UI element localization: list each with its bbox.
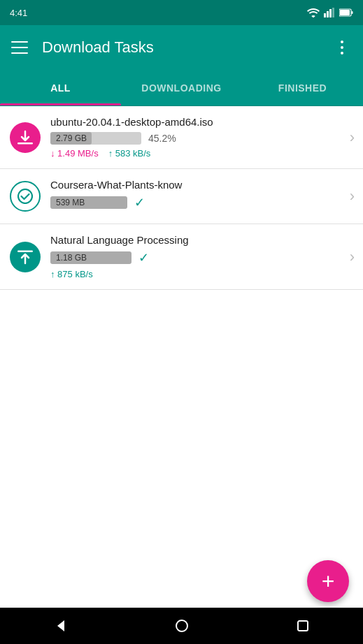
recents-button[interactable]: [289, 612, 317, 640]
item-name-nlp: Natural Language Processing: [50, 234, 344, 246]
progress-bar-ubuntu: 2.79 GB: [50, 132, 141, 145]
arrow-up-icon: [17, 249, 33, 265]
hamburger-menu-button[interactable]: [11, 41, 28, 54]
chevron-right-ubuntu: ›: [350, 129, 355, 147]
item-name-coursera: Coursera-What-Plants-know: [50, 179, 344, 191]
svg-rect-6: [352, 11, 353, 14]
svg-rect-3: [332, 8, 334, 17]
signal-icon: [324, 8, 335, 17]
svg-rect-12: [298, 621, 308, 631]
svg-rect-9: [17, 250, 33, 252]
check-icon-coursera: [10, 181, 41, 212]
svg-rect-2: [329, 9, 332, 17]
progress-size-nlp: 1.18 GB: [50, 253, 92, 263]
speed-up-ubuntu: ↑ 583 kB/s: [108, 148, 151, 159]
item-name-ubuntu: ubuntu-20.04.1-desktop-amd64.iso: [50, 116, 344, 128]
progress-size-coursera: 539 MB: [50, 198, 90, 207]
download-icon-ubuntu: [10, 122, 41, 153]
speed-down-ubuntu: ↓ 1.49 MB/s: [50, 148, 99, 159]
checkmark-icon: [17, 189, 33, 204]
back-button[interactable]: [47, 612, 75, 640]
download-item-coursera[interactable]: Coursera-What-Plants-know 539 MB ✓ ›: [0, 169, 363, 224]
tab-finished[interactable]: FINISHED: [242, 70, 363, 105]
bottom-nav: [0, 608, 363, 644]
item-content-nlp: Natural Language Processing 1.18 GB ✓ ↑ …: [50, 234, 344, 279]
item-content-coursera: Coursera-What-Plants-know 539 MB ✓: [50, 179, 344, 214]
progress-percent-ubuntu: 45.2%: [148, 133, 176, 144]
tab-downloading[interactable]: DOWNLOADING: [121, 70, 242, 105]
progress-bar-nlp: 1.18 GB: [50, 251, 131, 264]
download-item-ubuntu[interactable]: ubuntu-20.04.1-desktop-amd64.iso 2.79 GB…: [0, 106, 363, 169]
item-progress-nlp: 1.18 GB ✓: [50, 250, 344, 265]
recents-icon: [297, 620, 309, 632]
status-bar-right: [307, 8, 353, 17]
svg-rect-5: [340, 10, 350, 15]
app-bar-title: Download Tasks: [42, 38, 332, 57]
home-icon: [175, 619, 189, 633]
wifi-icon: [307, 8, 320, 17]
item-speeds-nlp: ↑ 875 kB/s: [50, 269, 344, 279]
svg-point-11: [176, 620, 187, 631]
svg-rect-0: [324, 13, 326, 17]
item-progress-coursera: 539 MB ✓: [50, 195, 344, 210]
upload-icon-nlp: [10, 242, 41, 272]
status-bar: 4:41: [0, 0, 363, 25]
chevron-right-coursera: ›: [350, 187, 355, 205]
svg-rect-7: [17, 142, 33, 145]
download-item-nlp[interactable]: Natural Language Processing 1.18 GB ✓ ↑ …: [0, 224, 363, 290]
chevron-right-nlp: ›: [350, 248, 355, 266]
home-button[interactable]: [168, 612, 196, 640]
speed-up-nlp: ↑ 875 kB/s: [50, 269, 93, 279]
complete-check-coursera: ✓: [134, 195, 145, 210]
svg-point-8: [18, 189, 32, 203]
download-list: ubuntu-20.04.1-desktop-amd64.iso 2.79 GB…: [0, 106, 363, 290]
app-bar: Download Tasks: [0, 25, 363, 70]
add-icon: +: [322, 570, 335, 592]
tabs-bar: ALL DOWNLOADING FINISHED: [0, 70, 363, 106]
item-content-ubuntu: ubuntu-20.04.1-desktop-amd64.iso 2.79 GB…: [50, 116, 344, 159]
add-task-fab[interactable]: +: [307, 560, 349, 602]
progress-bar-coursera: 539 MB: [50, 196, 127, 209]
item-progress-ubuntu: 2.79 GB 45.2%: [50, 132, 344, 145]
complete-check-nlp: ✓: [138, 250, 149, 265]
svg-marker-10: [57, 620, 64, 631]
progress-size-ubuntu: 2.79 GB: [50, 133, 92, 143]
more-options-button[interactable]: [332, 38, 352, 57]
arrow-down-icon: [17, 130, 33, 145]
svg-rect-1: [327, 11, 329, 17]
back-icon: [54, 619, 68, 633]
battery-icon: [339, 8, 353, 17]
status-bar-left: 4:41: [10, 8, 27, 18]
item-speeds-ubuntu: ↓ 1.49 MB/s ↑ 583 kB/s: [50, 148, 344, 159]
status-time: 4:41: [10, 8, 27, 18]
tab-all[interactable]: ALL: [0, 70, 121, 105]
